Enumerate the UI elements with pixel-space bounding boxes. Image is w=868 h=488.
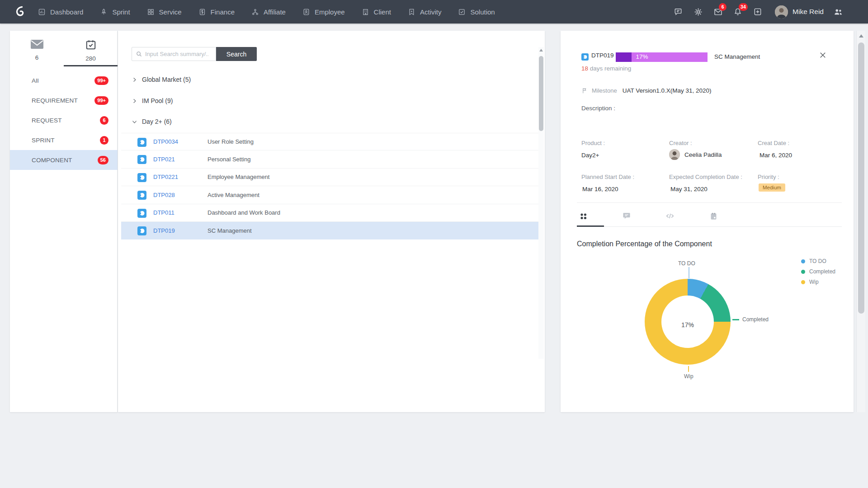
legend-item[interactable]: Wip	[801, 279, 835, 285]
detail-tabs	[578, 211, 719, 221]
sidebar-item-sprint[interactable]: SPRINT 1	[10, 130, 118, 150]
mail-icon[interactable]: 6	[712, 6, 723, 17]
table-row[interactable]: DTP0034 User Role Setting	[121, 133, 539, 150]
search-button[interactable]: Search	[216, 47, 257, 61]
planned-start-label: Planned Start Date :	[581, 174, 634, 180]
chevron-right-icon	[132, 77, 137, 83]
expected-completion-value: May 31, 2020	[670, 186, 708, 192]
calendar-check-icon	[85, 39, 97, 51]
comments-tab[interactable]	[621, 211, 632, 221]
tabs-baseline	[578, 226, 842, 227]
donut-hole: 17%	[661, 296, 714, 348]
creat-date-value: Mar 6, 2020	[760, 152, 792, 159]
chat-icon[interactable]	[673, 6, 684, 17]
nav-label: Service	[159, 8, 182, 16]
donut-center-value: 17%	[681, 312, 694, 331]
priority-badge: Medium	[759, 183, 785, 192]
scroll-up-arrow[interactable]	[539, 49, 543, 52]
scroll-up-arrow[interactable]	[859, 34, 863, 38]
close-icon[interactable]	[816, 49, 829, 61]
row-title: Dashboard and Work Board	[208, 209, 280, 216]
detail-id: DTP019	[591, 52, 614, 59]
detail-title: SC Management	[714, 53, 760, 60]
creat-date-label: Creat Date :	[758, 140, 789, 146]
components-tab[interactable]	[578, 211, 589, 221]
progress-bar: 17%	[616, 52, 708, 62]
tree-node-im-pool[interactable]: IM Pool (9)	[132, 97, 173, 104]
grid-icon	[147, 8, 155, 16]
legend-item[interactable]: TO DO	[801, 258, 835, 264]
row-id-link[interactable]: DTP0221	[153, 174, 178, 180]
table-row[interactable]: DTP011 Dashboard and Work Board	[121, 204, 539, 222]
sidebar-item-requirement[interactable]: REQUIREMENT 99+	[10, 90, 118, 110]
nav-item-activity[interactable]: Activity	[408, 8, 442, 16]
nav-item-finance[interactable]: Finance	[198, 8, 235, 16]
active-tab-underline	[577, 225, 604, 227]
code-tab[interactable]	[665, 211, 675, 221]
bell-icon[interactable]: 34	[732, 6, 743, 17]
list-scrollbar[interactable]	[538, 47, 544, 359]
tab-mail[interactable]: 6	[10, 39, 64, 61]
nav-item-service[interactable]: Service	[147, 8, 182, 16]
chevron-down-icon	[132, 119, 137, 125]
checkbox-icon	[458, 8, 466, 16]
milestone-value: UAT Version1.0.X(May 31, 2020)	[623, 87, 712, 94]
row-id-link[interactable]: DTP019	[153, 227, 175, 234]
nav-item-sprint[interactable]: Sprint	[100, 8, 130, 16]
scrollbar-thumb[interactable]	[539, 56, 543, 131]
user-menu[interactable]: Mike Reid	[775, 5, 824, 19]
envelope-icon	[30, 39, 44, 50]
sidebar-tabs: 6 280	[10, 31, 117, 70]
table-row[interactable]: DTP028 Active Management	[121, 186, 539, 204]
row-id-link[interactable]: DTP028	[153, 192, 175, 198]
nav-item-dashboard[interactable]: Dashboard	[38, 8, 83, 16]
tab-calendar[interactable]: 280	[64, 39, 118, 62]
sidebar-item-component[interactable]: COMPONENT 56	[10, 150, 118, 170]
component-icon	[137, 138, 146, 149]
row-title: Employee Management	[208, 174, 269, 180]
nav-label: Affiliate	[264, 8, 286, 16]
sidebar-item-request[interactable]: REQUEST 6	[10, 110, 118, 130]
app-logo-icon[interactable]	[12, 4, 27, 19]
milestone-row: Milestone UAT Version1.0.X(May 31, 2020)	[581, 87, 712, 94]
tree-node-label: Global Market (5)	[142, 76, 191, 83]
nav-item-affiliate[interactable]: Affiliate	[251, 8, 286, 16]
expected-completion-label: Expected Completion Date :	[669, 174, 742, 180]
row-id-link[interactable]: DTP011	[153, 209, 175, 216]
building-icon	[362, 8, 369, 16]
plus-square-icon[interactable]	[752, 6, 763, 17]
user-name: Mike Reid	[793, 8, 824, 16]
schedule-tab[interactable]	[708, 211, 719, 221]
nav-item-client[interactable]: Client	[362, 8, 391, 16]
sidebar-filter-list: All 99+ REQUIREMENT 99+ REQUEST 6 SPRINT…	[10, 70, 118, 170]
table-row[interactable]: DTP0221 Employee Management	[121, 169, 539, 186]
nav-item-solution[interactable]: Solution	[458, 8, 495, 16]
legend-label: TO DO	[809, 258, 826, 264]
gear-icon[interactable]	[693, 6, 703, 17]
table-row[interactable]: DTP021 Personal Setting	[121, 150, 539, 168]
row-id-link[interactable]: DTP0034	[153, 138, 178, 145]
row-id-link[interactable]: DTP021	[153, 156, 175, 163]
nav-item-employee[interactable]: Employee	[302, 8, 345, 16]
nav-label: Client	[374, 8, 391, 16]
tree-node-global-market[interactable]: Global Market (5)	[132, 76, 191, 83]
legend-dot	[801, 259, 805, 263]
table-row-selected[interactable]: DTP019 SC Management	[121, 222, 539, 239]
navbar-right-cluster: 6 34 Mike Reid	[673, 0, 844, 23]
people-icon[interactable]	[833, 6, 844, 17]
nav-label: Solution	[470, 8, 495, 16]
top-navbar: Dashboard Sprint Service Finance Affilia…	[0, 0, 868, 23]
tree-node-label: Day 2+ (6)	[142, 118, 172, 125]
scrollbar-thumb[interactable]	[858, 42, 864, 314]
count-badge: 99+	[94, 96, 108, 105]
mail-badge: 6	[719, 3, 726, 11]
nav-label: Sprint	[112, 8, 130, 16]
tree-node-day2[interactable]: Day 2+ (6)	[132, 118, 172, 125]
sidebar-item-label: REQUIREMENT	[32, 97, 78, 104]
legend-item[interactable]: Completed	[801, 268, 835, 275]
search-input[interactable]	[145, 51, 208, 57]
window-scrollbar[interactable]	[856, 31, 865, 412]
bookmark-star-icon	[408, 8, 415, 16]
sidebar-item-all[interactable]: All 99+	[10, 70, 118, 90]
comment-icon	[622, 211, 631, 221]
